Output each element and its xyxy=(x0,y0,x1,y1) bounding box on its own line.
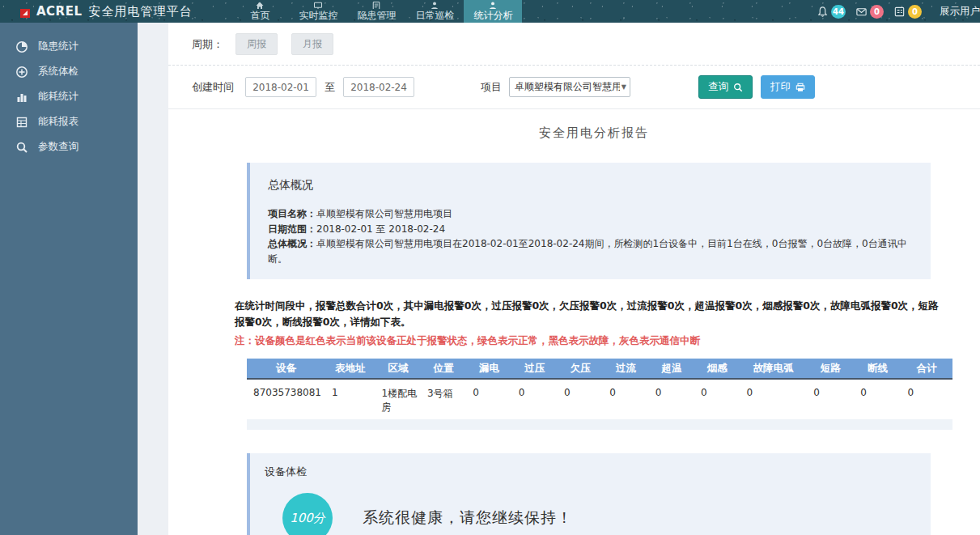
nav-item-statistics-analysis[interactable]: 统计分析 xyxy=(464,0,522,23)
report: 安全用电分析报告 总体概况 项目名称：卓顺塑模有限公司智慧用电项目 日期范围：2… xyxy=(235,109,953,535)
table-header-cell: 欠压 xyxy=(558,359,603,379)
sidebar-item-hazard-stats[interactable]: 隐患统计 xyxy=(0,34,138,59)
table-cell: 0 xyxy=(466,379,511,419)
report-title: 安全用电分析报告 xyxy=(235,109,953,141)
date-to-input[interactable] xyxy=(343,77,414,97)
print-button[interactable]: 打印 xyxy=(761,75,815,99)
summary-line: 总体概况：卓顺塑模有限公司智慧用电项目在2018-02-01至2018-02-2… xyxy=(268,236,914,266)
alarm-count-badge[interactable]: 44 xyxy=(831,5,846,19)
overview-section: 总体概况 项目名称：卓顺塑模有限公司智慧用电项目 日期范围：2018-02-01… xyxy=(247,163,931,279)
user-menu[interactable]: 展示用户 xyxy=(940,5,980,19)
monthly-report-button[interactable]: 月报 xyxy=(291,33,333,55)
sidebar-item-label: 能耗报表 xyxy=(38,115,78,129)
table-header-cell: 短路 xyxy=(807,359,854,379)
report-table-icon xyxy=(15,116,28,129)
home-icon xyxy=(255,2,265,9)
acrel-logo-icon xyxy=(20,6,32,17)
project-name-line: 项目名称：卓顺塑模有限公司智慧用电项目 xyxy=(268,206,914,222)
message-count-badge[interactable]: 0 xyxy=(870,5,884,19)
table-header-cell: 漏电 xyxy=(466,359,511,379)
table-cell: 0 xyxy=(512,379,558,419)
to-label: 至 xyxy=(325,80,335,95)
table-cell: 0 xyxy=(901,379,952,419)
nav-item-daily-patrol[interactable]: 日常巡检 xyxy=(405,0,464,23)
sidebar-item-label: 系统体检 xyxy=(38,65,78,79)
table-header-cell: 烟感 xyxy=(694,359,740,379)
health-section-title: 设备体检 xyxy=(265,465,931,479)
table-footer-strip xyxy=(247,419,952,430)
table-cell: 1楼配电房 xyxy=(375,379,421,419)
table-header-cell: 区域 xyxy=(375,359,421,379)
date-range-line: 日期范围：2018-02-01 至 2018-02-24 xyxy=(268,222,914,237)
logo-text: ACREL xyxy=(36,4,82,19)
alarm-summary-paragraph: 在统计时间段中，报警总数合计0次，其中漏电报警0次，过压报警0次，欠压报警0次，… xyxy=(235,298,947,329)
main-nav: 首页实时监控隐患管理日常巡检统计分析 xyxy=(231,0,522,23)
topbar: ACREL 安全用电管理平台 首页实时监控隐患管理日常巡检统计分析 44 0 0… xyxy=(0,0,980,23)
table-header-cell: 超温 xyxy=(649,359,694,379)
health-score-row: 100分 系统很健康，请您继续保持！ xyxy=(282,493,931,535)
project-select[interactable]: 卓顺塑模有限公司智慧用电项目 ▼ xyxy=(509,77,630,97)
query-button[interactable]: 查询 xyxy=(698,75,753,99)
table-header-cell: 过压 xyxy=(512,359,558,379)
date-from-input[interactable] xyxy=(245,77,316,97)
overview-section-title: 总体概况 xyxy=(268,178,914,193)
table-cell: 0 xyxy=(558,379,603,419)
nav-item-home[interactable]: 首页 xyxy=(231,0,289,23)
device-link[interactable]: 87035738081 xyxy=(247,379,325,419)
table-header-cell: 位置 xyxy=(421,359,466,379)
nav-item-hazard-management[interactable]: 隐患管理 xyxy=(347,0,405,23)
nav-item-label: 统计分析 xyxy=(473,9,512,23)
action-buttons: 查询 打印 xyxy=(698,75,815,99)
table-header-cell: 过流 xyxy=(603,359,648,379)
table-header-cell: 故障电弧 xyxy=(740,359,807,379)
table-header-cell: 合计 xyxy=(901,359,952,379)
alarm-bell-icon[interactable] xyxy=(817,6,829,18)
sidebar-item-label: 隐患统计 xyxy=(38,40,78,53)
sidebar-item-label: 能耗统计 xyxy=(38,90,78,104)
table-cell: 0 xyxy=(694,379,740,419)
table-header-row: 设备表地址区域位置漏电过压欠压过流超温烟感故障电弧短路断线合计 xyxy=(247,359,952,379)
sidebar-item-system-checkup[interactable]: 系统体检 xyxy=(0,59,138,84)
table-header-cell: 设备 xyxy=(247,359,325,379)
message-envelope-icon[interactable] xyxy=(855,6,868,18)
person-icon xyxy=(430,2,439,9)
task-list-icon[interactable] xyxy=(893,6,906,18)
nav-item-label: 隐患管理 xyxy=(357,9,396,23)
health-score-badge: 100分 xyxy=(282,493,333,535)
table-cell: 0 xyxy=(740,379,807,419)
period-label: 周期： xyxy=(192,37,223,52)
search-icon xyxy=(15,141,28,154)
nav-item-label: 实时监控 xyxy=(299,9,337,23)
period-row: 周期： 周报 月报 xyxy=(168,23,980,65)
weekly-report-button[interactable]: 周报 xyxy=(235,33,278,55)
task-count-badge[interactable]: 0 xyxy=(908,5,922,19)
project-filter: 项目 卓顺塑模有限公司智慧用电项目 ▼ xyxy=(481,77,630,97)
brand-logo[interactable]: ACREL 安全用电管理平台 xyxy=(20,4,192,19)
circle-plus-icon xyxy=(15,66,28,79)
sidebar-item-energy-report[interactable]: 能耗报表 xyxy=(0,109,138,134)
table-cell: 0 xyxy=(854,379,901,419)
nav-item-realtime-monitor[interactable]: 实时监控 xyxy=(289,0,347,23)
table-cell: 0 xyxy=(807,379,854,419)
table-header-cell: 表地址 xyxy=(325,359,375,379)
table-cell: 0 xyxy=(649,379,694,419)
person-chart-icon xyxy=(488,2,498,9)
print-button-label: 打印 xyxy=(770,80,791,94)
platform-name: 安全用电管理平台 xyxy=(88,4,192,19)
device-color-note: 注：设备颜色是红色表示当前该设备正处于报警状态，绿色表示正常，黑色表示故障，灰色… xyxy=(235,334,953,348)
table-header-cell: 断线 xyxy=(854,359,901,379)
create-time-label: 创建时间 xyxy=(192,80,234,95)
topbar-right: 44 0 0 展示用户 xyxy=(817,5,980,19)
filter-row: 创建时间 至 项目 卓顺塑模有限公司智慧用电项目 ▼ 查询 xyxy=(168,66,980,108)
sidebar: 隐患统计系统体检能耗统计能耗报表参数查询 xyxy=(0,23,138,535)
project-select-value: 卓顺塑模有限公司智慧用电项目 xyxy=(515,80,620,94)
sidebar-item-parameter-query[interactable]: 参数查询 xyxy=(0,134,138,159)
sidebar-item-energy-stats[interactable]: 能耗统计 xyxy=(0,84,138,109)
project-label: 项目 xyxy=(481,80,502,95)
table-row: 8703573808111楼配电房3号箱0000000000 xyxy=(247,379,952,419)
printer-icon xyxy=(795,83,805,92)
monitor-icon xyxy=(313,2,323,9)
chevron-down-icon: ▼ xyxy=(622,83,626,91)
main-area: 周期： 周报 月报 创建时间 至 项目 卓顺塑模有限公司智慧用电项目 ▼ xyxy=(138,23,980,535)
table-cell: 0 xyxy=(603,379,648,419)
